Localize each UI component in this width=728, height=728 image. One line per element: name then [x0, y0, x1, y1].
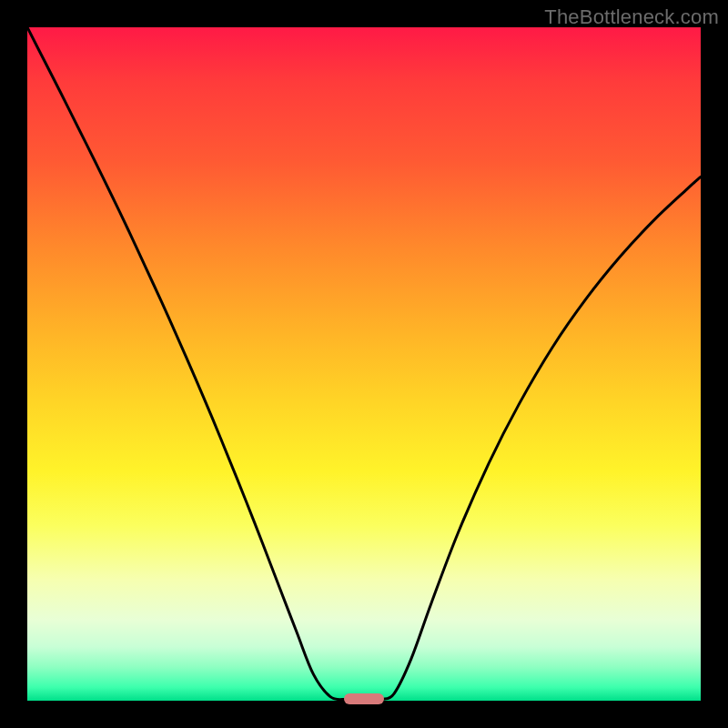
chart-curves: [27, 27, 701, 701]
left-curve-path: [27, 27, 345, 700]
bottleneck-marker: [344, 693, 384, 704]
chart-plot-area: [27, 27, 701, 701]
watermark-text: TheBottleneck.com: [544, 5, 719, 29]
right-curve-path: [383, 177, 701, 699]
image-frame: TheBottleneck.com: [0, 0, 728, 728]
